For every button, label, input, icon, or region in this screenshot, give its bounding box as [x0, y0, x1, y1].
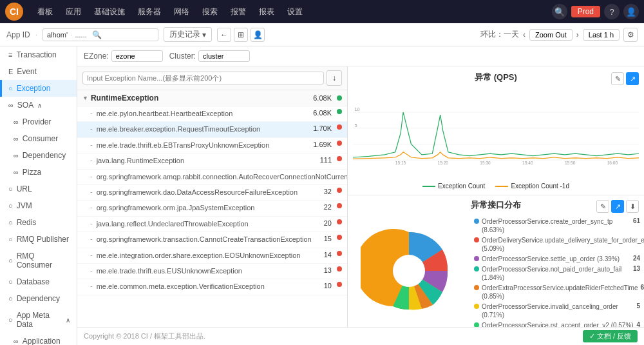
- legend-num-3: 13: [633, 265, 640, 272]
- history-button[interactable]: 历史记录 ▾: [164, 27, 212, 42]
- sidebar-item-transaction-0[interactable]: ≡Transaction: [0, 46, 77, 63]
- sidebar-item-jvm-9[interactable]: ○JVM: [0, 197, 77, 214]
- sidebar-label-6: Dependency: [23, 151, 66, 160]
- exc-list-item-1[interactable]: -me.ele.breaker.exception.RequestTimeout…: [77, 122, 347, 137]
- exc-list-item-8[interactable]: -org.springframework.transaction.CannotC…: [77, 232, 347, 248]
- nav-item-报警[interactable]: 报警: [224, 4, 252, 20]
- sidebar-icon-6: ∞: [14, 152, 19, 159]
- legend-num-2: 24: [633, 255, 640, 262]
- nav-item-基础设施[interactable]: 基础设施: [88, 4, 131, 20]
- legend-num-4: 6: [641, 284, 644, 291]
- nav-item-看板[interactable]: 看板: [31, 4, 59, 20]
- chevron-right-icon[interactable]: ›: [576, 30, 579, 39]
- sidebar-item-event-1[interactable]: EEvent: [0, 63, 77, 80]
- nav-item-搜索[interactable]: 搜索: [196, 4, 224, 20]
- zoom-out-button[interactable]: Zoom Out: [529, 29, 573, 41]
- nav-item-设置[interactable]: 设置: [281, 4, 309, 20]
- user-add-icon[interactable]: 👤: [251, 28, 265, 42]
- help-icon[interactable]: ?: [604, 4, 620, 19]
- content-body: ↓ ▼RuntimeException6.08K-me.ele.pylon.he…: [77, 66, 644, 327]
- sidebar-item-soa-3[interactable]: ∞SOA∧: [0, 97, 77, 113]
- exc-list-item-2[interactable]: -me.ele.trade.thrift.eb.EBTransProxyUnkn…: [77, 138, 347, 153]
- ezone-input[interactable]: [111, 50, 163, 62]
- dist-download-icon[interactable]: ⬇: [626, 200, 639, 213]
- exception-search-input[interactable]: [82, 72, 324, 84]
- search-nav-icon[interactable]: 🔍: [552, 4, 567, 19]
- legend-exception-count: Exception Count: [422, 182, 485, 190]
- exc-list-item-10[interactable]: -me.ele.trade.thrift.eus.EUSUnknownExcep…: [77, 264, 347, 279]
- exc-item-count-0: 6.08K: [313, 109, 332, 117]
- sidebar-item-rmq-consumer-12[interactable]: ○RMQ Consumer: [0, 248, 77, 273]
- sidebar-label-12: RMQ Consumer: [17, 251, 70, 270]
- exc-item-name-9: me.ele.integration.order.share.exception…: [97, 251, 321, 261]
- sidebar-icon-10: ○: [8, 219, 13, 226]
- sidebar-item-dependency-14[interactable]: ○Dependency: [0, 290, 77, 307]
- nav-item-应用[interactable]: 应用: [59, 4, 88, 20]
- exc-item-name-10: me.ele.trade.thrift.eus.EUSUnknownExcept…: [97, 266, 321, 276]
- qps-line-chart: 10 5 15:15 15:20 15:30 15:40 15:50: [353, 86, 639, 181]
- chart-expand-icon[interactable]: ↗: [626, 72, 639, 85]
- sidebar-item-provider-4[interactable]: ∞Provider: [0, 113, 77, 130]
- sidebar-label-0: Transaction: [16, 50, 56, 59]
- collapse-arrow-3: ∧: [37, 102, 42, 109]
- back-icon[interactable]: ←: [217, 28, 231, 42]
- exc-list-item-0[interactable]: -me.ele.pylon.heartbeat.HeartbeatExcepti…: [77, 106, 347, 122]
- legend-exception-count-1d: Exception Count -1d: [495, 182, 569, 190]
- user-icon[interactable]: 👤: [623, 4, 639, 19]
- sidebar-item-exception-2[interactable]: ○Exception: [0, 80, 77, 97]
- exc-item-count-9: 14: [324, 251, 332, 259]
- ezone-filter: EZone:: [84, 50, 163, 62]
- sidebar-item-redis-10[interactable]: ○Redis: [0, 214, 77, 231]
- feedback-button[interactable]: ✓ 文档 / 反馈: [583, 330, 638, 342]
- exc-list-item-4[interactable]: -org.springframework.amqp.rabbit.connect…: [77, 170, 347, 185]
- legend-item-0: OrderProcessorService.create_order_sync_…: [474, 217, 640, 234]
- sidebar-item-rmq-publisher-11[interactable]: ○RMQ Publisher: [0, 231, 77, 248]
- legend-text-5: OrderProcessorService.invalid_canceling_…: [482, 302, 634, 319]
- exc-item-dot-1: [337, 124, 342, 130]
- settings-icon[interactable]: ⚙: [623, 28, 638, 42]
- exc-list-item-3[interactable]: -java.lang.RuntimeException111: [77, 153, 347, 169]
- nav-item-网络[interactable]: 网络: [167, 4, 196, 20]
- last-time-button[interactable]: Last 1 h: [583, 29, 620, 41]
- sidebar-label-2: Exception: [17, 84, 51, 93]
- exc-list-item-5[interactable]: -org.springframework.dao.DataAccessResou…: [77, 185, 347, 201]
- nav-item-报表[interactable]: 报表: [252, 4, 281, 20]
- chart-edit-icon[interactable]: ✎: [611, 72, 624, 85]
- qps-chart-section: 异常 (QPS) ✎ ↗: [348, 66, 644, 195]
- svg-text:15:50: 15:50: [565, 161, 576, 165]
- exc-list-item-11[interactable]: -me.ele.common.meta.exception.Verificati…: [77, 279, 347, 295]
- sidebar-label-11: RMQ Publisher: [17, 235, 69, 244]
- exc-list-item-7[interactable]: -java.lang.reflect.UndeclaredThrowableEx…: [77, 217, 347, 232]
- chevron-left-icon[interactable]: ‹: [523, 30, 526, 39]
- exc-item-name-8: org.springframework.transaction.CannotCr…: [97, 235, 321, 244]
- grid-icon[interactable]: ⊞: [234, 28, 248, 42]
- qps-chart-legend: Exception Count Exception Count -1d: [353, 182, 639, 190]
- sidebar-item-database-13[interactable]: ○Database: [0, 273, 77, 290]
- sidebar-label-4: Provider: [23, 117, 52, 126]
- svg-point-13: [393, 255, 425, 287]
- dist-edit-icon[interactable]: ✎: [596, 200, 609, 213]
- exc-item-count-1: 1.70K: [313, 124, 332, 132]
- dist-expand-icon[interactable]: ↗: [611, 200, 624, 213]
- pie-chart-svg: [361, 222, 457, 319]
- nav-item-服务器[interactable]: 服务器: [131, 4, 167, 20]
- sidebar-item-url-8[interactable]: ○URL: [0, 181, 77, 197]
- sidebar-item-consumer-5[interactable]: ∞Consumer: [0, 130, 77, 147]
- distribution-chart-title: 异常接口分布: [424, 199, 567, 211]
- exc-list-item-6[interactable]: -org.springframework.orm.jpa.JpaSystemEx…: [77, 201, 347, 216]
- legend-color-dot-2: [474, 256, 479, 261]
- sort-button[interactable]: ↓: [327, 70, 342, 86]
- right-controls: 环比：一天 ‹ Zoom Out › Last 1 h ⚙: [480, 28, 638, 42]
- copyright-text: Copyright © 2018 CI / 框架工具部出品.: [84, 331, 205, 341]
- cluster-input[interactable]: [198, 50, 250, 62]
- sidebar-item-dependency-6[interactable]: ∞Dependency: [0, 147, 77, 164]
- exc-item-count-5: 32: [324, 188, 332, 195]
- app-search-box[interactable]: alhom' · ...... 🔍: [43, 28, 158, 41]
- env-badge[interactable]: Prod: [571, 6, 600, 17]
- legend-color-dot-3: [474, 266, 479, 271]
- exc-group-header-RuntimeException[interactable]: ▼RuntimeException6.08K: [77, 90, 347, 106]
- sidebar-item-pizza-7[interactable]: ∞Pizza: [0, 164, 77, 181]
- sidebar-item-application-16[interactable]: ∞Application: [0, 333, 77, 345]
- sidebar-item-app-meta-data-15[interactable]: ○App Meta Data∧: [0, 307, 77, 333]
- exc-list-item-9[interactable]: -me.ele.integration.order.share.exceptio…: [77, 248, 347, 264]
